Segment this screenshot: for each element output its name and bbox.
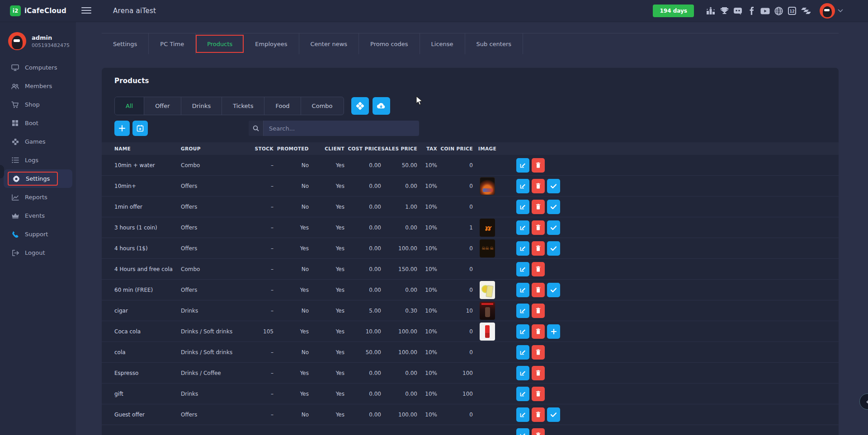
sidebar-user: admin 005193482475 (0, 28, 76, 58)
sidebar-item-logs[interactable]: Logs (0, 151, 76, 169)
delete-row-button[interactable] (532, 407, 545, 422)
add-product-button[interactable] (114, 121, 130, 136)
edit-row-button[interactable] (516, 324, 529, 339)
edit-row-button[interactable] (516, 241, 529, 256)
edit-row-button[interactable] (516, 283, 529, 297)
check-row-button[interactable] (547, 179, 560, 193)
sidebar-item-support[interactable]: Support (0, 225, 76, 243)
delete-row-button[interactable] (532, 200, 545, 214)
sidebar-item-members[interactable]: Members (0, 77, 76, 95)
edit-row-button[interactable] (516, 366, 529, 380)
delete-row-button[interactable] (532, 366, 545, 380)
tab-pc-time[interactable]: PC Time (149, 33, 196, 54)
sidebar-item-events[interactable]: Events (0, 206, 76, 225)
cell-sales-price: 0.00 (381, 183, 417, 189)
delete-row-button[interactable] (532, 324, 545, 339)
category-combo[interactable]: Combo (301, 97, 344, 115)
cell-name: 60 min (FREE) (114, 287, 181, 293)
category-drinks[interactable]: Drinks (181, 97, 222, 115)
youtube-icon[interactable] (758, 6, 772, 16)
sidebar-item-computers[interactable]: Computers (0, 58, 76, 77)
edit-row-button[interactable] (516, 158, 529, 173)
hamburger-menu-icon[interactable] (81, 7, 93, 15)
sidebar-item-boot[interactable]: Boot (0, 114, 76, 132)
diamonds-button[interactable] (351, 97, 369, 115)
sidebar-item-settings[interactable]: Settings (4, 169, 72, 188)
search-input[interactable] (264, 121, 419, 136)
cell-tax: 10% (417, 245, 437, 252)
tab-promo-codes[interactable]: Promo codes (359, 33, 420, 54)
category-all[interactable]: All (115, 97, 144, 115)
check-row-button[interactable] (547, 220, 560, 235)
product-image-scissors: ɣɣ (480, 219, 495, 237)
sidebar-item-games[interactable]: Games (0, 132, 76, 151)
brand: i2 iCafeCloud (0, 5, 76, 16)
sidebar-item-label: Boot (25, 120, 38, 126)
facebook-icon[interactable] (745, 6, 758, 16)
delete-row-button[interactable] (532, 241, 545, 256)
cell-tax: 10% (417, 287, 437, 293)
check-row-button[interactable] (547, 241, 560, 256)
tab-settings[interactable]: Settings (102, 33, 149, 54)
user-avatar[interactable] (820, 3, 835, 19)
edit-row-button[interactable] (516, 220, 529, 235)
edit-row-button[interactable] (516, 262, 529, 276)
check-row-button[interactable] (547, 283, 560, 297)
edit-row-button[interactable] (516, 345, 529, 360)
edit-row-button[interactable] (516, 428, 529, 435)
cell-coin-price: 100 (437, 370, 473, 376)
sidebar-item-reports[interactable]: Reports (0, 188, 76, 206)
chevron-down-icon[interactable] (838, 8, 843, 14)
cloud-download-button[interactable] (373, 97, 390, 115)
cell-promoted: Yes (274, 225, 309, 231)
gear-icon (12, 175, 20, 182)
trophy-icon[interactable] (717, 6, 731, 16)
check-row-button[interactable] (547, 407, 560, 422)
delete-row-button[interactable] (532, 220, 545, 235)
delete-row-button[interactable] (532, 387, 545, 401)
edit-row-button[interactable] (516, 407, 529, 422)
plus-row-button[interactable] (547, 324, 560, 339)
cell-group: Combo (181, 162, 251, 168)
layers-icon[interactable] (799, 6, 812, 16)
edit-row-button[interactable] (516, 304, 529, 318)
delete-row-button[interactable] (532, 179, 545, 193)
tab-sub-centers[interactable]: Sub centers (465, 33, 523, 54)
cell-group: Drinks / Soft drinks (181, 328, 251, 335)
cell-group: Offers (181, 287, 251, 293)
discord-icon[interactable] (731, 6, 745, 16)
table-row: 4 Hours and free cola Combo – No Yes 0.0… (102, 259, 839, 280)
table-row-partial (102, 425, 839, 435)
tab-products[interactable]: Products (196, 35, 244, 53)
tab-license[interactable]: License (420, 33, 465, 54)
product-image-poster (480, 302, 495, 320)
delete-row-button[interactable] (532, 262, 545, 276)
delete-row-button[interactable] (532, 428, 545, 435)
drawer-handle[interactable] (0, 165, 4, 178)
column-header-sales-price: SALES PRICE (381, 146, 417, 151)
sidebar-item-shop[interactable]: Shop (0, 95, 76, 114)
cell-tax: 10% (417, 162, 437, 168)
category-tickets[interactable]: Tickets (222, 97, 264, 115)
delete-row-button[interactable] (532, 345, 545, 360)
cell-group: Drinks (181, 391, 251, 397)
cell-cost-price: 5.00 (344, 308, 381, 314)
category-food[interactable]: Food (264, 97, 301, 115)
delete-row-button[interactable] (532, 304, 545, 318)
add-offer-calendar-button[interactable] (132, 121, 148, 136)
edit-row-button[interactable] (516, 200, 529, 214)
category-offer[interactable]: Offer (144, 97, 181, 115)
tab-center-news[interactable]: Center news (299, 33, 359, 54)
check-row-button[interactable] (547, 200, 560, 214)
license-days-badge[interactable]: 194 days (653, 5, 694, 17)
edit-row-button[interactable] (516, 387, 529, 401)
leaderboard-icon[interactable] (704, 6, 717, 16)
globe-icon[interactable] (772, 6, 785, 16)
delete-row-button[interactable] (532, 283, 545, 297)
edit-row-button[interactable] (516, 179, 529, 193)
icafe-icon[interactable]: 12 (785, 6, 799, 16)
delete-row-button[interactable] (532, 158, 545, 173)
main-content: SettingsPC TimeProductsEmployeesCenter n… (76, 22, 868, 435)
sidebar-item-logout[interactable]: Logout (0, 243, 76, 262)
tab-employees[interactable]: Employees (244, 33, 299, 54)
